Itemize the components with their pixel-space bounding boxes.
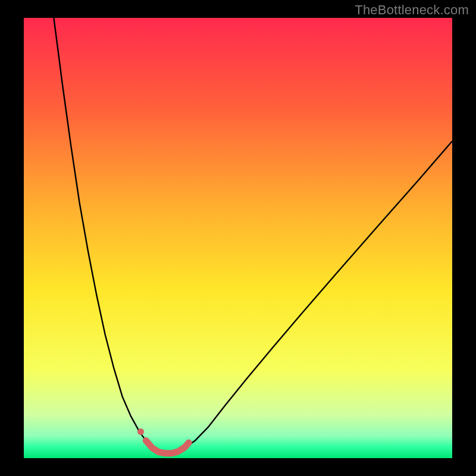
gradient-background	[24, 18, 452, 458]
chart-svg	[24, 18, 452, 458]
plot-area	[24, 18, 452, 458]
series-highlight-dot	[137, 428, 144, 435]
chart-frame: TheBottleneck.com	[0, 0, 476, 476]
watermark-text: TheBottleneck.com	[355, 2, 469, 18]
